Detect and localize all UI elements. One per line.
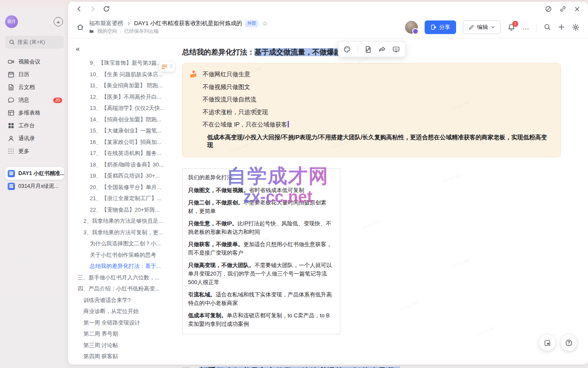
sidebar-item-label: 视频会议 xyxy=(18,58,40,66)
search-placeholder: 搜索 (⌘+K) xyxy=(17,39,45,46)
callout-line: 不在公域做 IP，只在公域做获客 xyxy=(190,121,552,129)
sidebar-item-label: 云文档 xyxy=(18,83,35,91)
document-page[interactable]: 总结我的差异化打法：基于成交做流量，不做爆款 ⠿ 🍰 不做网红只做生意不做视频只… xyxy=(179,39,588,365)
outline-item[interactable]: 2、我拿结果的方法足够快且足... xyxy=(74,216,174,227)
copy-block-link-icon[interactable] xyxy=(364,46,372,53)
outline-item[interactable]: 商业诊断，从定位开始 xyxy=(74,306,174,317)
help-icon xyxy=(565,339,573,347)
outline-item[interactable]: 16、【某家政公司】招商加... xyxy=(74,137,174,148)
outline-item[interactable]: 第四周 获客贴 xyxy=(74,351,174,362)
sidebar-item-more[interactable]: 更多 xyxy=(5,145,64,158)
sidebar-item-cloud-docs[interactable]: 云文档 xyxy=(5,81,64,94)
callout-block[interactable]: 🍰 不做网红只做生意不做视频只做图文不做投流只做自然流不追求涨粉，只追求变现不在… xyxy=(182,63,561,157)
tiled-watermark: zx-cc.net xyxy=(451,257,470,269)
breadcrumb-separator-icon xyxy=(126,21,131,26)
more-actions-icon[interactable]: … xyxy=(522,25,530,29)
outline-item[interactable]: 四、产品介绍：小红书低粉高变... xyxy=(74,283,174,295)
external-badge: 外部 xyxy=(245,20,258,27)
sidebar-doc-item[interactable]: DAY1 小红书精准... xyxy=(5,167,64,180)
floating-buttons xyxy=(539,335,577,351)
space-label[interactable]: 我的空间 xyxy=(97,28,117,34)
outline-item[interactable]: 14、【招商创业加盟】陪跑... xyxy=(74,114,174,126)
share-block-icon[interactable] xyxy=(378,46,386,53)
highlight-style-icon[interactable] xyxy=(343,46,351,53)
home-icon[interactable] xyxy=(77,23,84,31)
sidebar-item-workbench[interactable]: 工作台 xyxy=(5,119,64,132)
user-avatar[interactable]: 胡月 xyxy=(5,15,18,28)
search-input[interactable]: 搜索 (⌘+K) xyxy=(5,36,64,49)
app-sidebar: 胡月 + 搜索 (⌘+K) 视频会议 日历 云文档 消息 20 多维表格 工作台 xyxy=(0,0,68,368)
breadcrumb-parent[interactable]: 福布斯富婆榜 xyxy=(89,20,123,27)
outline-item[interactable]: 22、【宠物食品】20+矩阵... xyxy=(74,204,174,216)
sidebar-item-base-tables[interactable]: 多维表格 xyxy=(5,106,64,119)
outline-item[interactable]: 15、【大健康创业】一篇笔... xyxy=(74,125,174,137)
chapter-heading: 三、新手做小红书月入六位数，篇篇必爆款，凭什么是我? xyxy=(182,366,562,368)
collaborator-avatar[interactable] xyxy=(405,21,418,34)
outline-item[interactable]: 第一周 全链路变现设计 xyxy=(74,317,174,329)
sidebar-item-video-meeting[interactable]: 视频会议 xyxy=(5,55,64,68)
star-icon[interactable]: ☆ xyxy=(262,20,268,27)
drag-handle-icon[interactable]: ⠿ xyxy=(169,64,172,69)
outline-item[interactable]: 10、【生美 问题肌肤实体店... xyxy=(74,69,174,80)
outline-item[interactable]: 三、新手做小红书月入六位数，... xyxy=(74,272,174,284)
tiled-watermark: zx-cc.net xyxy=(400,299,419,311)
outline-toggle-button[interactable] xyxy=(539,335,555,351)
reload-icon[interactable] xyxy=(103,6,110,12)
block-handle[interactable]: ⠿ xyxy=(159,62,175,72)
box-paragraph: 引流私域。适合在私域和线下实体变现，产品体系有低升高特点的中小老板商家 xyxy=(188,290,334,308)
outline-item[interactable]: 训练营谁适合来学? xyxy=(74,295,174,306)
outline-item[interactable]: 11、【美业招商加盟】 陪跑... xyxy=(74,80,174,92)
sidebar-item-messages[interactable]: 消息 20 xyxy=(5,94,64,106)
collapse-outline-icon[interactable]: « xyxy=(76,45,80,53)
outline-item[interactable]: 第二周 养号期 xyxy=(74,328,174,340)
box-paragraph: 只做高变现，不做大团队。不需要铺大团队，一个人就可以单月变现20万，我们的学员一… xyxy=(188,261,334,287)
doc-item-label: 0314月月x绿泥... xyxy=(18,183,58,190)
outline-item[interactable]: 21、【浙江全屋定制工厂】... xyxy=(74,193,174,204)
sidebar-doc-item[interactable]: 0314月月x绿泥... xyxy=(5,180,64,193)
breadcrumb: 福布斯富婆榜 DAY1 小红书精准获客收割机是如何炼成的 外部 ☆ 我的空间 已… xyxy=(89,20,268,34)
box-paragraph: 只做图文，不做短视频。省时省钱成本低可复制 xyxy=(188,186,334,195)
new-doc-icon[interactable] xyxy=(558,23,565,31)
base-tables-icon xyxy=(8,109,14,116)
comment-icon[interactable] xyxy=(392,46,400,53)
copy-link-icon[interactable] xyxy=(559,6,566,12)
outline-item[interactable]: 18、【奶茶/咖啡设备商】30... xyxy=(74,159,174,171)
contacts-icon xyxy=(8,135,14,142)
outline-item[interactable]: 3、我拿结果的方法可复制，更... xyxy=(74,227,174,239)
open-in-browser-icon[interactable] xyxy=(545,6,552,12)
more-icon xyxy=(8,148,14,155)
edit-button[interactable]: 编辑 xyxy=(463,20,501,34)
sidebar-item-contacts[interactable]: 通讯录 xyxy=(5,132,64,145)
outline-item[interactable]: 为什么我选择图文二创？小... xyxy=(74,238,174,250)
sidebar-nav: 视频会议 日历 云文档 消息 20 多维表格 工作台 通讯录 更多 xyxy=(5,55,64,158)
close-icon[interactable] xyxy=(574,6,580,12)
outline-item[interactable]: 总结我的差异化打法：基于... xyxy=(74,261,174,272)
outline-item[interactable]: 12、【医美】不用高价开白... xyxy=(74,92,174,103)
outline-item[interactable]: 20、【全国装修平台】单月... xyxy=(74,182,174,193)
sidebar-item-label: 消息 xyxy=(18,96,29,104)
notifications-button[interactable]: 3 xyxy=(508,23,515,31)
search-icon[interactable] xyxy=(544,23,551,31)
selection-toolbar xyxy=(338,41,405,57)
tiled-watermark: zx-cc.net xyxy=(476,325,495,337)
outline-item[interactable]: 关于小红书创作策略的思考 xyxy=(74,250,174,261)
sidebar-item-label: 通讯录 xyxy=(18,135,35,142)
search-icon xyxy=(9,39,15,45)
share-button[interactable]: 分享 xyxy=(425,20,456,34)
breadcrumb-title[interactable]: DAY1 小红书精准获客收割机是如何炼成的 xyxy=(134,20,242,27)
outline-item[interactable]: 第三周 讨论帖 xyxy=(74,340,174,351)
divider xyxy=(357,45,358,54)
outline-item[interactable]: 19、【蛋糕西点培训】30+... xyxy=(74,170,174,182)
bordered-text-block[interactable]: 我们的差异化打法: 只做图文，不做短视频。省时省钱成本低可复制只做二创，不做原创… xyxy=(182,168,340,334)
add-icon[interactable]: + xyxy=(54,17,63,26)
cake-emoji-icon: 🍰 xyxy=(189,70,197,78)
outline-item[interactable]: 13、【高端游学】仅仅2天快... xyxy=(74,103,174,114)
pencil-icon xyxy=(468,24,474,30)
outline-item[interactable]: 17、【在线英语机构】服务... xyxy=(74,148,174,159)
gear-icon[interactable] xyxy=(572,23,579,31)
sidebar-item-calendar[interactable]: 日历 xyxy=(5,68,64,81)
share-doc-icon xyxy=(431,24,437,30)
back-icon[interactable] xyxy=(76,6,83,12)
help-button[interactable] xyxy=(561,335,577,351)
forward-icon[interactable] xyxy=(89,6,96,12)
